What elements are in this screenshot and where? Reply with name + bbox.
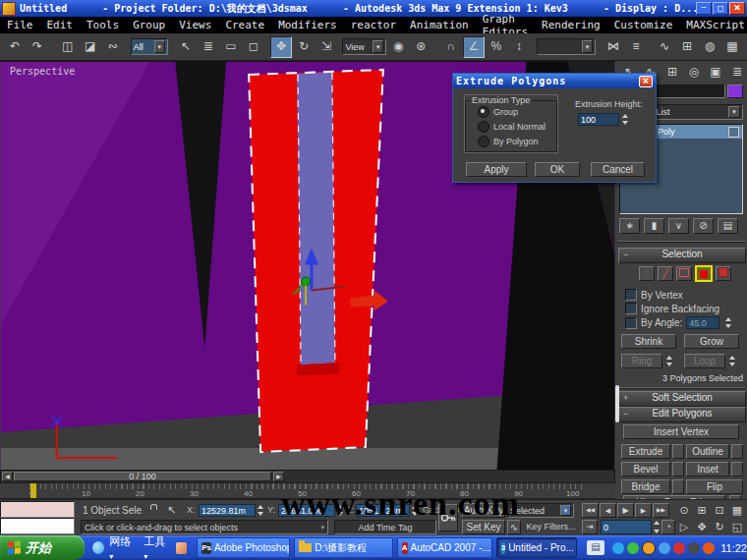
show-end-result-button[interactable]: ▮ [644,218,664,234]
maxscript-mini-listener-macro[interactable] [0,501,75,518]
rollout-soft-selection[interactable]: + Soft Selection [618,391,746,407]
next-frame-button[interactable]: ▶ [635,503,652,518]
radio-by-polygon-row[interactable]: By Polygon [478,136,556,147]
menu-file[interactable]: File [0,19,40,31]
time-slider-prev-arrow[interactable]: ◀ [2,472,13,481]
inset-settings-button[interactable] [731,462,743,476]
quicklaunch-browser-icon[interactable] [92,541,104,554]
app-icon[interactable] [2,2,16,16]
extrusion-height-field[interactable]: 100 [578,113,619,126]
menu-customize[interactable]: Customize [607,19,680,31]
frame-spinner[interactable] [652,520,661,534]
radio-group-row[interactable]: Group [478,106,556,118]
menu-tools[interactable]: Tools [80,19,126,31]
task-3dsmax-active[interactable]: 3 Untitled - Pro... [496,537,577,558]
menu-animation[interactable]: Animation [403,19,476,31]
select-object-button[interactable]: ↖ [175,36,197,58]
task-autocad[interactable]: A AutoCAD 2007 -... [397,537,492,558]
modifier-list-arrow-icon[interactable]: ▼ [728,106,740,118]
quicklaunch-net-menu[interactable]: 网络 ▾ [109,534,136,560]
taskbar-clock[interactable]: 11:22 [720,542,747,554]
element-subobject-icon[interactable] [716,266,731,281]
maxscript-mini-listener-script[interactable] [0,518,75,534]
x-coord-spinner[interactable] [256,504,264,517]
bridge-button[interactable]: Bridge [621,479,670,494]
quicklaunch-app-icon[interactable] [176,542,187,554]
percent-snap-toggle-button[interactable]: % [486,36,507,58]
go-to-end-button[interactable]: ▶▶ [653,503,669,518]
dialog-close-button[interactable]: × [639,76,653,87]
rollout-soft-selection-toggle[interactable]: + [623,392,628,404]
selection-filter-arrow-icon[interactable]: ▼ [154,40,165,53]
ring-spinner[interactable] [664,355,673,367]
vertex-subobject-icon[interactable]: ∴ [639,266,655,281]
shrink-button[interactable]: Shrink [621,334,676,349]
render-setup-button[interactable]: ▦ [721,36,743,58]
tab-utilities[interactable]: ≣ [727,63,747,82]
radio-local-normal[interactable] [478,121,489,133]
window-crossing-toggle[interactable]: ◻ [243,36,264,58]
bind-to-space-warp-button[interactable]: ∾ [102,36,124,58]
redo-button[interactable]: ↷ [27,36,48,58]
rollout-edit-polygons[interactable]: − Edit Polygons [618,407,746,422]
rollout-selection[interactable]: − Selection [618,248,746,263]
undo-button[interactable]: ↶ [4,36,26,58]
prompt-chevron-icon[interactable]: ▾ [320,524,324,532]
bevel-button[interactable]: Bevel [621,462,670,476]
by-angle-spinner[interactable] [723,316,732,329]
key-filters-button[interactable]: Key Filters... [524,520,578,534]
insert-vertex-button[interactable]: Insert Vertex [623,424,739,439]
current-frame-field[interactable]: 0 [601,520,652,534]
tray-icon-penguin[interactable] [642,541,656,555]
menu-reactor[interactable]: reactor [344,19,403,31]
inset-button[interactable]: Inset [686,462,729,476]
time-slider-handle[interactable]: 0 / 100 [14,472,271,481]
by-vertex-checkbox[interactable] [625,289,637,301]
viewport-label[interactable]: Perspective [10,66,75,77]
minimize-button[interactable]: — [696,2,712,15]
extrude-settings-button[interactable] [672,444,684,459]
by-angle-field[interactable]: 45.0 [686,316,719,329]
x-coord-field[interactable]: 12529.81m [199,504,256,517]
snap-toggle-3d-button[interactable]: ∩ [440,36,462,58]
previous-frame-button[interactable]: ◀ [600,503,616,518]
object-color-swatch[interactable] [727,84,743,98]
loop-spinner[interactable] [727,355,736,367]
rollout-edit-polygons-toggle[interactable]: − [623,408,628,420]
task-folder[interactable]: D:\摄影教程 [294,537,393,558]
select-by-name-button[interactable]: ≣ [198,36,219,58]
bevel-settings-button[interactable] [672,462,684,476]
quicklaunch-tools-menu[interactable]: 工具 ▾ [144,534,170,560]
apply-button[interactable]: Apply [466,162,527,177]
menu-rendering[interactable]: Rendering [535,19,607,31]
time-slider-track[interactable]: ◀ 0 / 100 ▶ [0,470,615,483]
remove-modifier-button[interactable]: ⊘ [693,218,714,234]
select-and-link-button[interactable]: ◫ [57,36,79,58]
menu-views[interactable]: Views [172,19,218,31]
ring-button[interactable]: Ring [621,354,662,368]
go-to-start-button[interactable]: ◀◀ [582,503,599,518]
time-configuration-button[interactable]: ◔ [661,520,675,534]
select-and-rotate-button[interactable]: ↻ [293,36,315,58]
field-of-view-button[interactable]: ▷ [674,518,694,536]
tab-motion[interactable]: ◎ [684,63,704,82]
mirror-button[interactable]: ⋈ [603,36,624,58]
configure-modifier-sets-button[interactable]: ▤ [718,218,738,234]
unlink-selection-button[interactable]: ◪ [80,36,101,58]
outline-button[interactable]: Outline [686,444,729,459]
align-button[interactable]: ≡ [625,36,647,58]
radio-group[interactable] [478,106,489,118]
make-unique-button[interactable]: ∨ [668,218,689,234]
extrude-polygons-dialog[interactable]: Extrude Polygons × Extrusion Type Group … [452,73,657,183]
tab-display[interactable]: ▣ [706,63,725,82]
arc-rotate-button[interactable]: ↻ [710,518,729,536]
stack-item-state-icon[interactable] [728,127,739,138]
radio-local-normal-row[interactable]: Local Normal [478,121,556,133]
time-slider-next-arrow[interactable]: ▶ [273,472,284,481]
extrude-button[interactable]: Extrude [621,444,670,459]
language-bar-icon[interactable]: ▤ [587,540,604,555]
polygon-subobject-icon-active[interactable] [695,265,713,282]
border-subobject-icon[interactable] [676,266,692,281]
reference-coordinate-arrow-icon[interactable]: ▼ [373,40,383,53]
flip-button[interactable]: Flip [686,479,743,494]
